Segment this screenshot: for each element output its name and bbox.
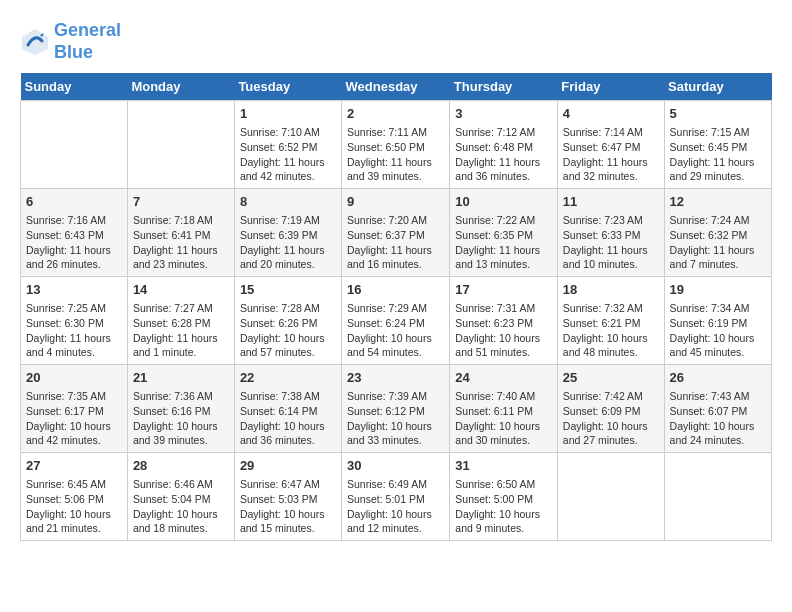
calendar-day: 26Sunrise: 7:43 AM Sunset: 6:07 PM Dayli… [664,365,771,453]
day-number: 28 [133,457,229,475]
calendar-day: 31Sunrise: 6:50 AM Sunset: 5:00 PM Dayli… [450,452,558,540]
day-number: 1 [240,105,336,123]
day-info: Sunrise: 6:50 AM Sunset: 5:00 PM Dayligh… [455,477,552,536]
calendar-day: 25Sunrise: 7:42 AM Sunset: 6:09 PM Dayli… [557,365,664,453]
calendar-day: 13Sunrise: 7:25 AM Sunset: 6:30 PM Dayli… [21,277,128,365]
logo-icon [20,27,50,57]
day-info: Sunrise: 7:22 AM Sunset: 6:35 PM Dayligh… [455,213,552,272]
day-number: 12 [670,193,766,211]
day-info: Sunrise: 7:31 AM Sunset: 6:23 PM Dayligh… [455,301,552,360]
day-number: 14 [133,281,229,299]
day-number: 29 [240,457,336,475]
calendar-day: 8Sunrise: 7:19 AM Sunset: 6:39 PM Daylig… [234,189,341,277]
day-info: Sunrise: 7:36 AM Sunset: 6:16 PM Dayligh… [133,389,229,448]
day-number: 30 [347,457,444,475]
day-header-saturday: Saturday [664,73,771,101]
day-info: Sunrise: 7:25 AM Sunset: 6:30 PM Dayligh… [26,301,122,360]
day-info: Sunrise: 7:14 AM Sunset: 6:47 PM Dayligh… [563,125,659,184]
day-number: 2 [347,105,444,123]
day-number: 6 [26,193,122,211]
day-number: 3 [455,105,552,123]
day-number: 25 [563,369,659,387]
calendar-day: 10Sunrise: 7:22 AM Sunset: 6:35 PM Dayli… [450,189,558,277]
day-info: Sunrise: 7:16 AM Sunset: 6:43 PM Dayligh… [26,213,122,272]
calendar-day: 23Sunrise: 7:39 AM Sunset: 6:12 PM Dayli… [342,365,450,453]
day-number: 20 [26,369,122,387]
calendar-day [557,452,664,540]
day-info: Sunrise: 7:20 AM Sunset: 6:37 PM Dayligh… [347,213,444,272]
day-number: 17 [455,281,552,299]
day-info: Sunrise: 6:49 AM Sunset: 5:01 PM Dayligh… [347,477,444,536]
calendar-day: 15Sunrise: 7:28 AM Sunset: 6:26 PM Dayli… [234,277,341,365]
calendar-day: 2Sunrise: 7:11 AM Sunset: 6:50 PM Daylig… [342,101,450,189]
calendar-day: 27Sunrise: 6:45 AM Sunset: 5:06 PM Dayli… [21,452,128,540]
day-info: Sunrise: 7:38 AM Sunset: 6:14 PM Dayligh… [240,389,336,448]
calendar-day: 14Sunrise: 7:27 AM Sunset: 6:28 PM Dayli… [127,277,234,365]
calendar-day: 18Sunrise: 7:32 AM Sunset: 6:21 PM Dayli… [557,277,664,365]
calendar-day: 6Sunrise: 7:16 AM Sunset: 6:43 PM Daylig… [21,189,128,277]
day-number: 18 [563,281,659,299]
day-header-tuesday: Tuesday [234,73,341,101]
day-number: 31 [455,457,552,475]
day-header-monday: Monday [127,73,234,101]
day-number: 13 [26,281,122,299]
day-info: Sunrise: 7:12 AM Sunset: 6:48 PM Dayligh… [455,125,552,184]
day-info: Sunrise: 7:28 AM Sunset: 6:26 PM Dayligh… [240,301,336,360]
day-info: Sunrise: 6:45 AM Sunset: 5:06 PM Dayligh… [26,477,122,536]
day-number: 22 [240,369,336,387]
calendar-day: 12Sunrise: 7:24 AM Sunset: 6:32 PM Dayli… [664,189,771,277]
calendar-day: 5Sunrise: 7:15 AM Sunset: 6:45 PM Daylig… [664,101,771,189]
day-info: Sunrise: 7:23 AM Sunset: 6:33 PM Dayligh… [563,213,659,272]
day-number: 23 [347,369,444,387]
day-header-friday: Friday [557,73,664,101]
calendar-day: 17Sunrise: 7:31 AM Sunset: 6:23 PM Dayli… [450,277,558,365]
day-header-thursday: Thursday [450,73,558,101]
day-header-sunday: Sunday [21,73,128,101]
calendar-day: 1Sunrise: 7:10 AM Sunset: 6:52 PM Daylig… [234,101,341,189]
calendar-week-1: 1Sunrise: 7:10 AM Sunset: 6:52 PM Daylig… [21,101,772,189]
logo-text: General Blue [54,20,121,63]
calendar-day: 29Sunrise: 6:47 AM Sunset: 5:03 PM Dayli… [234,452,341,540]
day-number: 19 [670,281,766,299]
day-number: 10 [455,193,552,211]
calendar-day: 20Sunrise: 7:35 AM Sunset: 6:17 PM Dayli… [21,365,128,453]
page-header: General Blue [20,20,772,63]
calendar-day: 30Sunrise: 6:49 AM Sunset: 5:01 PM Dayli… [342,452,450,540]
calendar-day: 4Sunrise: 7:14 AM Sunset: 6:47 PM Daylig… [557,101,664,189]
day-info: Sunrise: 7:18 AM Sunset: 6:41 PM Dayligh… [133,213,229,272]
calendar-day: 19Sunrise: 7:34 AM Sunset: 6:19 PM Dayli… [664,277,771,365]
day-number: 27 [26,457,122,475]
calendar-day [127,101,234,189]
day-number: 26 [670,369,766,387]
day-number: 24 [455,369,552,387]
day-info: Sunrise: 7:32 AM Sunset: 6:21 PM Dayligh… [563,301,659,360]
day-info: Sunrise: 7:42 AM Sunset: 6:09 PM Dayligh… [563,389,659,448]
day-info: Sunrise: 7:35 AM Sunset: 6:17 PM Dayligh… [26,389,122,448]
day-info: Sunrise: 7:10 AM Sunset: 6:52 PM Dayligh… [240,125,336,184]
day-info: Sunrise: 7:40 AM Sunset: 6:11 PM Dayligh… [455,389,552,448]
day-number: 5 [670,105,766,123]
day-info: Sunrise: 7:39 AM Sunset: 6:12 PM Dayligh… [347,389,444,448]
day-number: 11 [563,193,659,211]
calendar-week-5: 27Sunrise: 6:45 AM Sunset: 5:06 PM Dayli… [21,452,772,540]
day-header-wednesday: Wednesday [342,73,450,101]
calendar-day: 28Sunrise: 6:46 AM Sunset: 5:04 PM Dayli… [127,452,234,540]
calendar-day: 16Sunrise: 7:29 AM Sunset: 6:24 PM Dayli… [342,277,450,365]
calendar-day: 9Sunrise: 7:20 AM Sunset: 6:37 PM Daylig… [342,189,450,277]
calendar-day: 22Sunrise: 7:38 AM Sunset: 6:14 PM Dayli… [234,365,341,453]
day-number: 8 [240,193,336,211]
day-number: 7 [133,193,229,211]
day-info: Sunrise: 7:15 AM Sunset: 6:45 PM Dayligh… [670,125,766,184]
day-number: 9 [347,193,444,211]
day-number: 16 [347,281,444,299]
calendar-day [21,101,128,189]
calendar-table: SundayMondayTuesdayWednesdayThursdayFrid… [20,73,772,541]
calendar-header: SundayMondayTuesdayWednesdayThursdayFrid… [21,73,772,101]
day-info: Sunrise: 7:19 AM Sunset: 6:39 PM Dayligh… [240,213,336,272]
calendar-day: 21Sunrise: 7:36 AM Sunset: 6:16 PM Dayli… [127,365,234,453]
day-number: 21 [133,369,229,387]
day-info: Sunrise: 7:11 AM Sunset: 6:50 PM Dayligh… [347,125,444,184]
day-info: Sunrise: 6:47 AM Sunset: 5:03 PM Dayligh… [240,477,336,536]
calendar-week-3: 13Sunrise: 7:25 AM Sunset: 6:30 PM Dayli… [21,277,772,365]
logo: General Blue [20,20,121,63]
